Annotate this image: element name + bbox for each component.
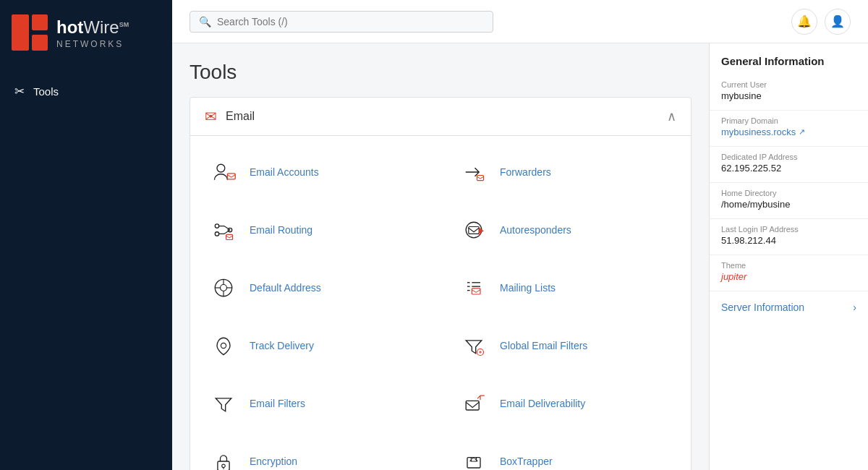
svg-rect-25 <box>466 401 479 410</box>
chevron-right-icon: › <box>853 302 856 313</box>
user-icon: 👤 <box>830 14 845 28</box>
svg-point-0 <box>217 164 225 172</box>
email-deliverability-label: Email Deliverability <box>500 398 585 409</box>
svg-rect-29 <box>467 458 480 468</box>
home-dir-value: /home/mybusine <box>721 199 856 210</box>
forwarders-label: Forwarders <box>500 166 551 178</box>
default-address-icon <box>208 272 239 304</box>
encryption-icon <box>208 445 239 470</box>
server-info-row[interactable]: Server Information › <box>710 291 868 323</box>
email-section: ✉ Email ∧ <box>190 97 692 470</box>
section-collapse-icon: ∧ <box>667 108 676 124</box>
server-info-label: Server Information <box>721 302 804 313</box>
header: 🔍 🔔 👤 <box>172 0 868 43</box>
current-user-row: Current User mybusine <box>710 74 868 111</box>
last-login-label: Last Login IP Address <box>721 225 856 234</box>
tool-encryption[interactable]: Encryption <box>190 432 441 470</box>
autoresponders-label: Autoresponders <box>500 224 571 236</box>
tools-icon: ✂ <box>14 84 25 99</box>
search-input[interactable] <box>217 16 484 27</box>
sidebar: hotWireSM NETWORKS ✂ Tools <box>0 0 172 470</box>
page-title: Tools <box>190 61 692 84</box>
svg-rect-20 <box>472 289 480 294</box>
tool-autoresponders[interactable]: Autoresponders <box>441 201 691 259</box>
theme-value: jupiter <box>721 271 856 282</box>
autoresponders-icon <box>458 214 490 246</box>
primary-domain-value[interactable]: mybusiness.rocks ↗ <box>721 127 856 137</box>
global-email-filters-icon <box>458 330 490 362</box>
svg-point-10 <box>221 285 227 291</box>
svg-point-4 <box>215 232 218 236</box>
tool-boxtrapper[interactable]: BoxTrapper <box>441 432 691 470</box>
primary-domain-row: Primary Domain mybusiness.rocks ↗ <box>710 111 868 147</box>
primary-domain-link-text: mybusiness.rocks <box>721 127 796 137</box>
theme-label: Theme <box>721 261 856 270</box>
svg-point-27 <box>222 464 226 468</box>
default-address-label: Default Address <box>250 282 321 294</box>
current-user-label: Current User <box>721 80 856 89</box>
global-email-filters-label: Global Email Filters <box>500 340 587 351</box>
content-area: Tools ✉ Email ∧ <box>172 43 709 470</box>
search-icon: 🔍 <box>199 16 211 27</box>
brand-networks: NETWORKS <box>56 39 129 49</box>
boxtrapper-label: BoxTrapper <box>500 456 553 467</box>
svg-rect-1 <box>227 174 235 179</box>
tool-email-accounts[interactable]: Email Accounts <box>190 143 441 201</box>
tool-global-email-filters[interactable]: Global Email Filters <box>441 317 691 375</box>
email-filters-label: Email Filters <box>250 398 305 409</box>
home-dir-label: Home Directory <box>721 189 856 197</box>
bell-icon: 🔔 <box>797 14 812 28</box>
tools-grid: Email Accounts Forwarders <box>190 136 691 470</box>
search-bar: 🔍 <box>190 11 493 33</box>
notifications-button[interactable]: 🔔 <box>791 9 817 35</box>
track-delivery-label: Track Delivery <box>250 340 314 351</box>
logo-icon <box>12 14 49 52</box>
home-dir-row: Home Directory /home/mybusine <box>710 183 868 219</box>
email-routing-label: Email Routing <box>250 224 312 236</box>
email-filters-icon <box>208 388 239 419</box>
tool-email-deliverability[interactable]: Email Deliverability <box>441 375 691 432</box>
brand-name: hotWireSM NETWORKS <box>56 17 129 49</box>
last-login-value: 51.98.212.44 <box>721 235 856 246</box>
mailing-lists-icon <box>458 272 490 304</box>
svg-point-3 <box>215 224 218 228</box>
primary-domain-label: Primary Domain <box>721 116 856 125</box>
boxtrapper-icon <box>458 445 490 470</box>
dedicated-ip-value: 62.195.225.52 <box>721 163 856 174</box>
sidebar-nav: ✂ Tools <box>0 74 172 109</box>
forwarders-icon <box>458 156 490 188</box>
svg-rect-8 <box>469 227 479 234</box>
track-delivery-icon <box>208 330 239 362</box>
right-panel: General Information Current User mybusin… <box>709 43 868 470</box>
theme-row: Theme jupiter <box>710 255 868 291</box>
external-link-icon: ↗ <box>799 127 805 137</box>
mailing-lists-label: Mailing Lists <box>500 282 556 294</box>
main-area: 🔍 🔔 👤 Tools ✉ Email ∧ <box>172 0 868 470</box>
tool-track-delivery[interactable]: Track Delivery <box>190 317 441 375</box>
encryption-label: Encryption <box>250 456 297 467</box>
tool-email-routing[interactable]: Email Routing <box>190 201 441 259</box>
tool-mailing-lists[interactable]: Mailing Lists <box>441 259 691 317</box>
tool-email-filters[interactable]: Email Filters <box>190 375 441 432</box>
brand-hot: hot <box>56 17 83 37</box>
page-body: Tools ✉ Email ∧ <box>172 43 868 470</box>
svg-point-21 <box>221 343 226 348</box>
email-routing-icon <box>208 214 239 246</box>
brand-sm: SM <box>119 21 129 28</box>
email-accounts-icon <box>208 156 239 188</box>
sidebar-item-tools[interactable]: ✂ Tools <box>0 74 172 109</box>
brand-wire: Wire <box>83 17 119 37</box>
dedicated-ip-label: Dedicated IP Address <box>721 153 856 161</box>
last-login-row: Last Login IP Address 51.98.212.44 <box>710 219 868 255</box>
tool-forwarders[interactable]: Forwarders <box>441 143 691 201</box>
general-info-title: General Information <box>710 43 868 74</box>
email-deliverability-icon <box>458 388 490 419</box>
email-section-header[interactable]: ✉ Email ∧ <box>190 98 691 136</box>
dedicated-ip-row: Dedicated IP Address 62.195.225.52 <box>710 147 868 183</box>
tool-default-address[interactable]: Default Address <box>190 259 441 317</box>
svg-rect-6 <box>226 234 233 239</box>
logo-area: hotWireSM NETWORKS <box>0 0 172 67</box>
email-accounts-label: Email Accounts <box>250 166 319 178</box>
current-user-value: mybusine <box>721 90 856 101</box>
user-menu-button[interactable]: 👤 <box>825 9 851 35</box>
